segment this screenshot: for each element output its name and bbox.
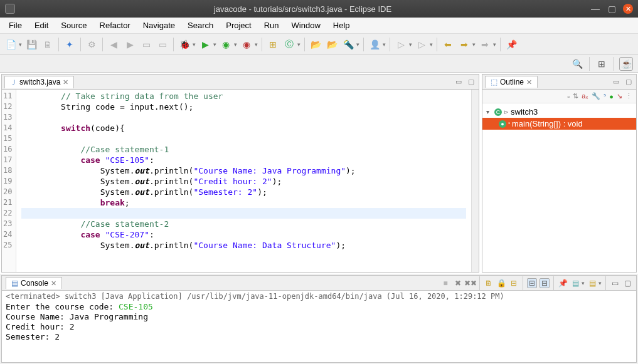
- save-icon[interactable]: 💾: [24, 38, 38, 51]
- code-editor[interactable]: 111213141516171819202122232425 // Take s…: [2, 90, 479, 272]
- outline-class-row[interactable]: ▾ C ⊳ switch3: [482, 106, 636, 118]
- outline-method-row[interactable]: ● ˢ main(String[]) : void: [482, 118, 636, 130]
- dropdown-icon[interactable]: ▾: [193, 41, 196, 48]
- tab-close-icon[interactable]: ✕: [526, 78, 532, 86]
- back-icon[interactable]: ⬅: [441, 38, 455, 51]
- word-wrap-icon[interactable]: ⊟: [509, 278, 519, 288]
- remove-all-icon[interactable]: ✖✖: [465, 278, 476, 288]
- new-icon[interactable]: 📄: [4, 38, 18, 51]
- java-perspective-icon[interactable]: ☕: [619, 57, 633, 71]
- scroll-lock-icon[interactable]: 🔒: [496, 278, 506, 288]
- pin-icon[interactable]: 📌: [504, 38, 518, 51]
- dropdown-icon[interactable]: ▾: [582, 280, 585, 286]
- maximize-pane-icon[interactable]: ▢: [466, 77, 476, 87]
- new-class-icon[interactable]: Ⓒ: [282, 38, 296, 51]
- hide-static-icon[interactable]: ˢ: [603, 92, 606, 100]
- console-line: Credit hour: 2: [6, 322, 632, 332]
- dropdown-icon[interactable]: ▾: [255, 41, 258, 48]
- flashlight-icon[interactable]: 🔦: [341, 38, 355, 51]
- dropdown-icon[interactable]: ▾: [493, 41, 496, 48]
- az-sort-icon[interactable]: aₓ: [582, 92, 588, 100]
- search2-icon[interactable]: 📂: [325, 38, 339, 51]
- class-name: switch3: [511, 107, 538, 117]
- new-package-icon[interactable]: ⊞: [266, 38, 280, 51]
- clear-console-icon[interactable]: 🗎: [484, 278, 494, 288]
- ext-tools-icon[interactable]: ◉: [240, 38, 253, 51]
- close-button[interactable]: ✕: [623, 4, 633, 14]
- focus-icon[interactable]: ▫: [567, 93, 570, 100]
- dropdown-icon[interactable]: ▾: [19, 41, 22, 48]
- save-all-icon[interactable]: 🗎: [41, 38, 55, 51]
- show-console2-icon[interactable]: ⊟: [540, 278, 550, 288]
- coverage-icon[interactable]: ◉: [219, 38, 233, 51]
- outline-title: Outline: [500, 78, 524, 86]
- minimize-pane-icon[interactable]: ▭: [610, 278, 620, 288]
- nav-next-icon[interactable]: ▷: [415, 38, 428, 51]
- sort-icon[interactable]: ⇅: [573, 92, 578, 100]
- menu-edit[interactable]: Edit: [28, 19, 55, 32]
- hide-fields-icon[interactable]: 🔧: [592, 92, 600, 100]
- tab-close-icon[interactable]: ✕: [63, 78, 68, 86]
- view-menu-icon[interactable]: ⋮: [625, 92, 632, 100]
- fwd-icon[interactable]: ➡: [457, 38, 471, 51]
- expand-toggle-icon[interactable]: ▾: [486, 108, 492, 115]
- hide-nonpublic-icon[interactable]: ●: [609, 93, 614, 100]
- fwd2-icon[interactable]: ➡: [478, 38, 492, 51]
- remove-launch-icon[interactable]: ✖: [453, 278, 463, 288]
- menu-source[interactable]: Source: [55, 19, 93, 32]
- run-icon[interactable]: ▶: [198, 38, 212, 51]
- back-seg-icon[interactable]: ◀: [107, 38, 120, 51]
- box-icon[interactable]: ▭: [139, 38, 153, 51]
- menu-navigate[interactable]: Navigate: [137, 19, 181, 32]
- maximize-pane-icon[interactable]: ▢: [622, 278, 632, 288]
- console-tab[interactable]: ▤ Console ✕: [6, 277, 62, 289]
- dropdown-icon[interactable]: ▾: [430, 41, 433, 48]
- dropdown-icon[interactable]: ▾: [409, 41, 412, 48]
- open-task-icon[interactable]: 👤: [368, 38, 381, 51]
- editor-tab[interactable]: Ｊ switch3.java ✕: [4, 76, 74, 88]
- search-icon[interactable]: 🔍: [570, 57, 584, 71]
- open-console-icon[interactable]: ▤: [587, 278, 597, 288]
- open-type-icon[interactable]: 📂: [309, 38, 322, 51]
- dropdown-icon[interactable]: ▾: [598, 280, 602, 286]
- wand-icon[interactable]: ✦: [63, 38, 77, 51]
- box2-icon[interactable]: ▭: [156, 38, 169, 51]
- display-selected-icon[interactable]: ▤: [570, 278, 580, 288]
- menu-help[interactable]: Help: [327, 19, 356, 32]
- tab-close-icon[interactable]: ✕: [51, 279, 56, 288]
- dropdown-icon[interactable]: ▾: [472, 41, 476, 48]
- dropdown-icon[interactable]: ▾: [383, 41, 386, 48]
- minimize-pane-icon[interactable]: ▭: [611, 77, 621, 87]
- menu-window[interactable]: Window: [285, 19, 327, 32]
- menu-refactor[interactable]: Refactor: [93, 19, 137, 32]
- open-perspective-icon[interactable]: ⊞: [595, 57, 609, 71]
- dropdown-icon[interactable]: ▾: [234, 41, 237, 48]
- menu-search[interactable]: Search: [181, 19, 220, 32]
- hide-local-icon[interactable]: ↘: [617, 92, 622, 100]
- code-line: [21, 112, 466, 123]
- console-output[interactable]: Enter the course code: CSE-105 Course Na…: [2, 302, 636, 362]
- terminate-icon[interactable]: ■: [440, 278, 450, 288]
- dropdown-icon[interactable]: ▾: [213, 41, 216, 48]
- editor-scrollbar[interactable]: [471, 90, 479, 272]
- minimize-pane-icon[interactable]: ▭: [454, 77, 464, 87]
- nav-prev-icon[interactable]: ▷: [394, 38, 408, 51]
- console-prompt: Enter the course code:: [6, 302, 119, 311]
- outline-tab[interactable]: ⬚ Outline ✕: [485, 76, 538, 88]
- maximize-pane-icon[interactable]: ▢: [624, 77, 634, 87]
- debug-icon[interactable]: 🐞: [178, 38, 191, 51]
- dropdown-icon[interactable]: ▾: [356, 41, 359, 48]
- minimize-button[interactable]: —: [590, 4, 600, 14]
- window-title: javacode - tutorials/src/switch3.java - …: [15, 4, 590, 14]
- undo-icon[interactable]: ⚙: [85, 38, 98, 51]
- menu-project[interactable]: Project: [220, 19, 257, 32]
- dropdown-icon[interactable]: ▾: [297, 41, 300, 48]
- code-line: //Case statement-2: [21, 219, 466, 229]
- fwd-seg-icon[interactable]: ▶: [123, 38, 137, 51]
- method-signature: main(String[]) : void: [512, 119, 583, 128]
- menu-file[interactable]: File: [3, 19, 28, 32]
- pin-console-icon[interactable]: 📌: [558, 278, 568, 288]
- show-console-icon[interactable]: ⊟: [527, 278, 537, 288]
- menu-run[interactable]: Run: [258, 19, 285, 32]
- maximize-button[interactable]: ▢: [607, 4, 617, 14]
